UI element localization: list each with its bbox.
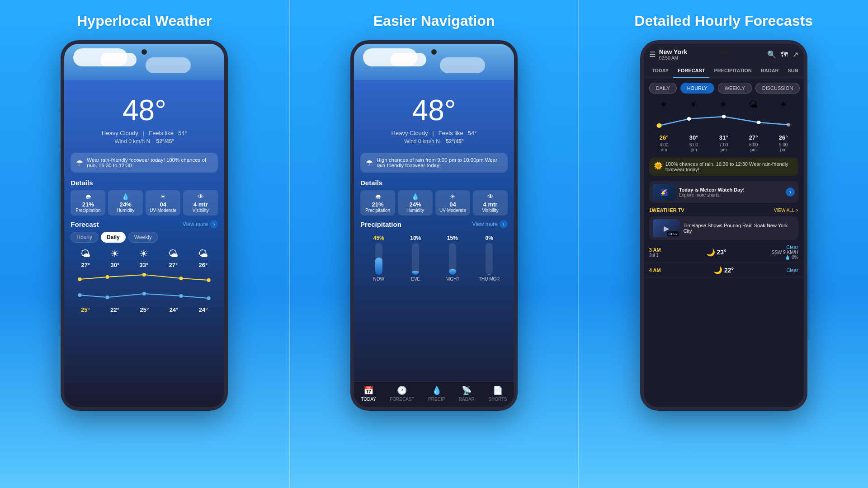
weather-alert-2: ☂ High chances of rain from 9:00 pm to 1… bbox=[360, 153, 508, 173]
forecast-days: 🌤 27° ☀ 30° ☀ 33° 🌤 27° 🌤 26° bbox=[64, 244, 224, 270]
search-icon[interactable]: 🔍 bbox=[767, 50, 776, 59]
svg-point-6 bbox=[106, 296, 109, 299]
svg-point-0 bbox=[78, 277, 82, 281]
day3-icon: ☀ bbox=[139, 248, 148, 260]
bottom-temperatures: 25° 22° 25° 24° 24° bbox=[64, 306, 224, 313]
detail-visibility-2: 👁 4 mtr Visibility bbox=[473, 190, 508, 216]
svg-point-5 bbox=[78, 293, 82, 297]
btn-weekly[interactable]: WEEKLY bbox=[718, 83, 752, 94]
precip-header: Precipitation View more › bbox=[354, 217, 514, 230]
weather-alert: ☂ Wear rain-friendly footwear today! 100… bbox=[71, 153, 218, 173]
bar-fill-eve bbox=[412, 271, 419, 275]
weather-top-2: 48° Heavy Cloudy | Feels like 54° Wind 0… bbox=[354, 80, 514, 149]
nav-radar[interactable]: 📡 RADAR bbox=[459, 385, 475, 402]
svg-point-8 bbox=[179, 294, 183, 298]
tab-sun[interactable]: SUN bbox=[783, 64, 803, 78]
details-grid-2: 🌧 21% Precipitation 💧 24% Humidity ☀ 04 … bbox=[360, 190, 508, 216]
svg-point-12 bbox=[722, 115, 726, 118]
precip-icon: 💧 bbox=[432, 385, 442, 395]
header-left: ☰ New York 02:50 AM bbox=[649, 48, 688, 61]
view-more-button[interactable]: › bbox=[210, 220, 218, 228]
svg-point-1 bbox=[106, 275, 109, 279]
rain-alert-icon: 🌞 bbox=[654, 161, 663, 170]
precip-bar-eve: 10% EVE bbox=[404, 235, 427, 282]
btn-hourly[interactable]: HOURLY bbox=[680, 83, 714, 94]
panel-hyperlocal: Hyperlocal Weather 48° Heavy Cloudy | Fe… bbox=[0, 0, 289, 488]
meteor-icon: 🌠 bbox=[660, 188, 668, 196]
phone-2: 48° Heavy Cloudy | Feels like 54° Wind 0… bbox=[350, 40, 518, 411]
news-card[interactable]: 🌠 Today is Meteor Watch Day! Explore mor… bbox=[649, 181, 798, 203]
view-more-link-2[interactable]: View more › bbox=[472, 220, 508, 228]
forecast-day-3: ☀ 33° bbox=[139, 248, 148, 268]
weather-description-row-2: Heavy Cloudy | Feels like 54° bbox=[392, 130, 477, 136]
detail-uv: ☀ 04 UV-Moderate bbox=[146, 190, 180, 216]
nav-shorts[interactable]: 📄 SHORTS bbox=[488, 385, 507, 402]
temperature-chart bbox=[64, 270, 224, 306]
hourly-row-4am: 4 AM 🌙 22° Clear bbox=[644, 263, 804, 277]
hour-temp-4: 27° 8:00pm bbox=[749, 134, 758, 152]
map-icon[interactable]: 🗺 bbox=[781, 51, 788, 59]
video-duration: 01:02 bbox=[667, 231, 679, 236]
temperature-display-2: 48° bbox=[412, 94, 456, 127]
forecast-icon: 🕐 bbox=[397, 385, 407, 395]
svg-point-13 bbox=[756, 121, 760, 124]
tab-today[interactable]: TODAY bbox=[647, 64, 673, 78]
view-more-link[interactable]: View more › bbox=[183, 220, 218, 228]
nav-precip[interactable]: 💧 PRECIP bbox=[428, 385, 445, 402]
panel-1-title: Hyperlocal Weather bbox=[77, 13, 212, 29]
bar-container-eve bbox=[412, 243, 419, 275]
bar-fill-now bbox=[375, 258, 382, 275]
nav-forecast[interactable]: 🕐 FORECAST bbox=[390, 385, 414, 402]
menu-icon[interactable]: ☰ bbox=[649, 50, 656, 59]
precip-pct-eve: 10% bbox=[410, 235, 421, 241]
weather-description-row: Heavy Cloudy | Feels like 54° bbox=[102, 130, 187, 136]
btn-discussion[interactable]: DISCUSSION bbox=[755, 83, 800, 94]
bar-container-thu bbox=[486, 243, 493, 275]
radar-icon: 📡 bbox=[462, 385, 472, 395]
btn-daily[interactable]: DAILY bbox=[649, 83, 677, 94]
details-grid: 🌧 21% Precipitation 💧 24% Humidity ☀ 04 … bbox=[71, 190, 218, 216]
bottom-temp-4: 24° bbox=[170, 306, 179, 313]
rain-alert-tooltip: 🌞 100% chances of rain. 16:30 to 12:30 W… bbox=[649, 158, 798, 176]
tab-forecast[interactable]: FORECAST bbox=[673, 64, 710, 78]
tab-daily[interactable]: Daily bbox=[101, 232, 126, 243]
tab-weekly[interactable]: Weekly bbox=[128, 232, 158, 243]
hour-col-1: ☀ bbox=[660, 99, 668, 110]
view-all-link[interactable]: VIEW ALL > bbox=[774, 208, 798, 213]
day1-icon: 🌤 bbox=[80, 248, 90, 260]
city-info: New York 02:50 AM bbox=[659, 48, 688, 61]
hour-temp-5: 26° 9:00pm bbox=[779, 134, 788, 152]
tv-card[interactable]: ▶ 01:02 Timelapse Shows Pouring Rain Soa… bbox=[649, 216, 798, 240]
humidity-icon: 💧 bbox=[122, 193, 129, 200]
svg-point-11 bbox=[687, 117, 691, 121]
bar-container-now bbox=[375, 243, 382, 275]
tv-label: 1WEATHER TV bbox=[649, 207, 684, 213]
forecast-header: Forecast View more › bbox=[64, 217, 224, 230]
nav-today[interactable]: 📅 TODAY bbox=[361, 385, 376, 402]
news-arrow-button[interactable]: › bbox=[786, 188, 795, 197]
precip-pct-thu: 0% bbox=[486, 235, 493, 241]
hour1-icon: ☀ bbox=[660, 99, 668, 110]
header-right: 🔍 🗺 ↗ bbox=[767, 50, 798, 59]
today-icon: 📅 bbox=[363, 385, 373, 395]
bottom-navigation: 📅 TODAY 🕐 FORECAST 💧 PRECIP 📡 RADAR 📄 bbox=[354, 381, 514, 407]
city-name: New York bbox=[659, 48, 688, 56]
temperature-display: 48° bbox=[123, 94, 166, 127]
bottom-temp-5: 24° bbox=[199, 306, 208, 313]
share-icon[interactable]: ↗ bbox=[793, 50, 798, 59]
view-more-button-2[interactable]: › bbox=[500, 220, 508, 228]
tab-radar[interactable]: RADAR bbox=[756, 64, 783, 78]
phone-3-camera bbox=[721, 49, 726, 55]
details-section-title: Details bbox=[64, 176, 224, 188]
tab-precipitation[interactable]: PRECIPITATION bbox=[709, 64, 756, 78]
hour-temp-1: 26° 4:00am bbox=[660, 134, 669, 152]
tab-hourly[interactable]: Hourly bbox=[71, 232, 98, 243]
bottom-temp-3: 25° bbox=[140, 306, 149, 313]
wind-info: Wind 0 km/h N 52°/45° bbox=[114, 138, 174, 145]
uv-icon: ☀ bbox=[160, 193, 166, 200]
hour5-icon: ☀ bbox=[779, 99, 788, 110]
precip-pct-now: 45% bbox=[373, 235, 384, 241]
news-thumbnail: 🌠 bbox=[653, 184, 675, 200]
hourly-row-3am: 3 AM Jul 1 🌙 23° Clear SSW 9 KM/H 💧 0% bbox=[644, 242, 804, 263]
svg-point-10 bbox=[656, 123, 661, 128]
